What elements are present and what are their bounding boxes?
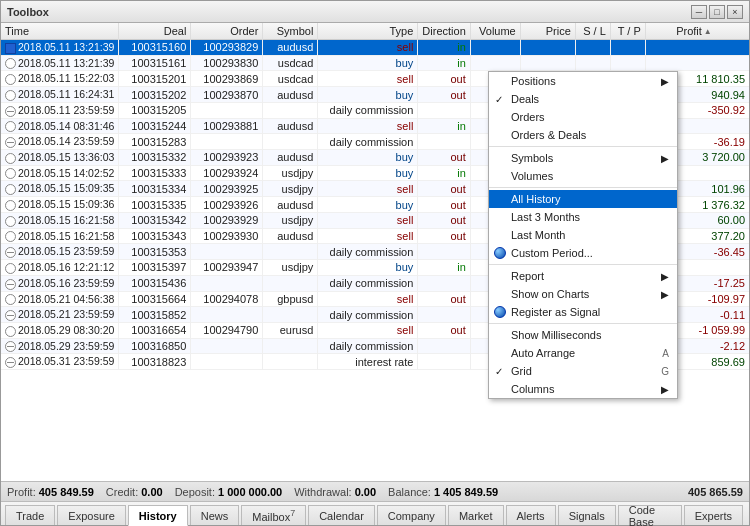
cell-order <box>191 275 263 291</box>
cell-type: daily commission <box>318 307 418 323</box>
col-header-direction[interactable]: Direction <box>418 23 470 40</box>
cell-symbol <box>263 102 318 118</box>
tab-history[interactable]: History <box>128 505 188 526</box>
submenu-arrow-icon: ▶ <box>661 384 669 395</box>
menu-item-register-signal[interactable]: Register as Signal <box>489 303 677 321</box>
menu-item-columns[interactable]: Columns▶ <box>489 380 677 398</box>
table-row[interactable]: 2018.05.11 13:21:39 100315160 100293829 … <box>1 40 749 56</box>
col-header-tp[interactable]: T / P <box>610 23 645 40</box>
title-bar-left: Toolbox <box>7 6 49 18</box>
cell-direction: in <box>418 165 470 181</box>
cell-direction <box>418 102 470 118</box>
cell-time: 2018.05.21 04:56:38 <box>1 291 119 307</box>
tab-signals[interactable]: Signals <box>558 505 616 525</box>
cell-price <box>520 40 575 56</box>
col-header-profit[interactable]: Profit ▲ <box>646 23 716 39</box>
col-header-sl[interactable]: S / L <box>575 23 610 40</box>
cell-symbol: usdjpy <box>263 212 318 228</box>
minus-circle-icon <box>5 310 16 321</box>
menu-label: Auto Arrange <box>511 347 575 359</box>
menu-label: Last Month <box>511 229 565 241</box>
menu-item-orders-deals[interactable]: Orders & Deals <box>489 126 677 144</box>
col-header-time[interactable]: Time <box>1 23 119 40</box>
cell-direction: out <box>418 87 470 103</box>
tab-alerts[interactable]: Alerts <box>506 505 556 525</box>
tab-exposure[interactable]: Exposure <box>57 505 125 525</box>
cell-type: buy <box>318 197 418 213</box>
tab-codebase[interactable]: Code Base <box>618 505 682 525</box>
col-header-type[interactable]: Type <box>318 23 418 40</box>
tab-company[interactable]: Company <box>377 505 446 525</box>
cell-tp <box>610 55 645 71</box>
cell-time: 2018.05.11 13:21:39 <box>1 40 119 56</box>
status-deposit: Deposit: 1 000 000.00 <box>175 486 283 498</box>
minus-circle-icon <box>5 137 16 148</box>
cell-type: sell <box>318 71 418 87</box>
credit-label: Credit: <box>106 486 138 498</box>
col-header-deal[interactable]: Deal <box>119 23 191 40</box>
tab-label: Experts <box>695 510 732 522</box>
menu-item-auto-arrange[interactable]: Auto ArrangeA <box>489 344 677 362</box>
tab-trade[interactable]: Trade <box>5 505 55 525</box>
cell-deal: 100315852 <box>119 307 191 323</box>
cell-deal: 100315160 <box>119 40 191 56</box>
maximize-button[interactable]: □ <box>709 5 725 19</box>
circle-icon <box>5 153 16 164</box>
tab-calendar[interactable]: Calendar <box>308 505 375 525</box>
tab-market[interactable]: Market <box>448 505 504 525</box>
status-profit: Profit: 405 849.59 <box>7 486 94 498</box>
menu-item-symbols[interactable]: Symbols▶ <box>489 149 677 167</box>
col-header-symbol[interactable]: Symbol <box>263 23 318 40</box>
col-header-price[interactable]: Price <box>520 23 575 40</box>
tab-label: Exposure <box>68 510 114 522</box>
menu-item-positions[interactable]: Positions▶ <box>489 72 677 90</box>
cell-deal: 100315353 <box>119 244 191 260</box>
menu-item-deals[interactable]: ✓Deals <box>489 90 677 108</box>
cell-order: 100293923 <box>191 150 263 166</box>
menu-item-custom-period[interactable]: Custom Period... <box>489 244 677 262</box>
menu-item-grid[interactable]: ✓GridG <box>489 362 677 380</box>
cell-time: 2018.05.16 23:59:59 <box>1 275 119 291</box>
cell-type: daily commission <box>318 134 418 150</box>
close-button[interactable]: × <box>727 5 743 19</box>
cell-tp <box>610 40 645 56</box>
cell-order: 100293925 <box>191 181 263 197</box>
cell-symbol: gbpusd <box>263 291 318 307</box>
menu-item-volumes[interactable]: Volumes <box>489 167 677 185</box>
menu-item-report[interactable]: Report▶ <box>489 267 677 285</box>
cell-direction: out <box>418 291 470 307</box>
minimize-button[interactable]: ─ <box>691 5 707 19</box>
menu-item-last-3-months[interactable]: Last 3 Months <box>489 208 677 226</box>
cell-direction <box>418 134 470 150</box>
tab-experts[interactable]: Experts <box>684 505 743 525</box>
cell-symbol: eurusd <box>263 322 318 338</box>
tab-label: News <box>201 510 229 522</box>
cell-time: 2018.05.31 23:59:59 <box>1 354 119 370</box>
menu-item-all-history[interactable]: All History <box>489 190 677 208</box>
menu-item-show-on-charts[interactable]: Show on Charts▶ <box>489 285 677 303</box>
menu-item-orders[interactable]: Orders <box>489 108 677 126</box>
tab-label: History <box>139 510 177 522</box>
tab-mailbox[interactable]: Mailbox7 <box>241 505 306 525</box>
menu-label: Deals <box>511 93 539 105</box>
cell-order: 100293830 <box>191 55 263 71</box>
cell-order <box>191 338 263 354</box>
cell-type: daily commission <box>318 338 418 354</box>
tab-news[interactable]: News <box>190 505 240 525</box>
checkmark-icon: ✓ <box>495 94 503 105</box>
cell-direction <box>418 244 470 260</box>
cell-order <box>191 354 263 370</box>
menu-label: Orders & Deals <box>511 129 586 141</box>
circle-icon <box>5 184 16 195</box>
menu-separator <box>489 264 677 265</box>
menu-label: Symbols <box>511 152 553 164</box>
menu-label: All History <box>511 193 561 205</box>
cell-deal: 100315161 <box>119 55 191 71</box>
col-header-order[interactable]: Order <box>191 23 263 40</box>
col-header-volume[interactable]: Volume <box>470 23 520 40</box>
menu-item-show-milliseconds[interactable]: Show Milliseconds <box>489 326 677 344</box>
table-row[interactable]: 2018.05.11 13:21:39 100315161 100293830 … <box>1 55 749 71</box>
cell-price <box>520 55 575 71</box>
menu-separator <box>489 323 677 324</box>
menu-item-last-month[interactable]: Last Month <box>489 226 677 244</box>
